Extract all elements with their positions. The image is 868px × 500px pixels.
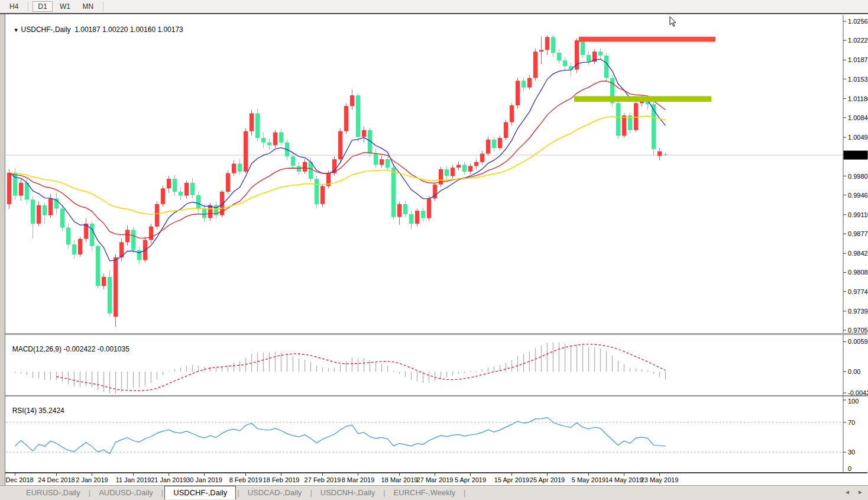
svg-text:27 Mar 2019: 27 Mar 2019 bbox=[417, 476, 454, 483]
timeframe-h4-button[interactable]: H4 bbox=[5, 2, 23, 11]
svg-text:14 Dec 2018: 14 Dec 2018 bbox=[6, 476, 34, 483]
tab-separator: | bbox=[161, 488, 163, 497]
timeframe-toolbar: H4 D1 W1 MN bbox=[0, 0, 868, 14]
svg-text:2 Jan 2019: 2 Jan 2019 bbox=[76, 476, 108, 483]
rsi-panel[interactable]: 10070300 bbox=[6, 396, 868, 472]
svg-text:1.02560: 1.02560 bbox=[848, 18, 868, 25]
mouse-cursor-icon bbox=[669, 16, 678, 28]
macd-name: MACD(12,26,9) bbox=[12, 345, 61, 353]
svg-text:0: 0 bbox=[848, 465, 851, 472]
svg-text:0.98080: 0.98080 bbox=[848, 269, 868, 276]
svg-text:11 Jan 2019: 11 Jan 2019 bbox=[116, 476, 151, 483]
svg-text:1.00490: 1.00490 bbox=[848, 134, 868, 141]
svg-text:18 Mar 2019: 18 Mar 2019 bbox=[381, 476, 418, 483]
candlesticks bbox=[7, 35, 668, 327]
svg-text:1.01180: 1.01180 bbox=[848, 95, 868, 102]
chart-tab-audusd-daily[interactable]: AUDUSD-,Daily bbox=[90, 486, 161, 500]
chart-tab-eurchf-weekly[interactable]: EURCHF-,Weekly bbox=[386, 486, 464, 500]
macd-panel[interactable]: 0.005970.00-0.004243 bbox=[6, 335, 868, 395]
svg-text:30 Jan 2019: 30 Jan 2019 bbox=[186, 476, 222, 483]
svg-text:0.97050: 0.97050 bbox=[848, 327, 868, 333]
svg-text:0.99110: 0.99110 bbox=[848, 211, 868, 218]
svg-text:30: 30 bbox=[848, 449, 855, 456]
rsi-value: 35.2424 bbox=[38, 407, 64, 415]
tab-scroll-right-icon[interactable]: ► bbox=[857, 489, 863, 495]
ma-fast-blue bbox=[9, 59, 666, 261]
timeframe-d1-button[interactable]: D1 bbox=[33, 1, 52, 12]
svg-text:0.99800: 0.99800 bbox=[848, 173, 868, 180]
tab-separator: | bbox=[464, 488, 465, 497]
svg-text:1.01530: 1.01530 bbox=[848, 76, 868, 83]
svg-text:1.02220: 1.02220 bbox=[848, 37, 868, 44]
chart-tab-usdchf-daily[interactable]: USDCHF-,Daily bbox=[164, 486, 236, 499]
chart-tabs: EURUSD-,Daily|AUDUSD-,Daily|USDCHF-,Dail… bbox=[18, 486, 466, 500]
svg-text:8 Feb 2019: 8 Feb 2019 bbox=[229, 476, 263, 483]
svg-text:8 Mar 2019: 8 Mar 2019 bbox=[342, 476, 375, 483]
svg-text:1.00173: 1.00173 bbox=[846, 151, 868, 159]
toolbar-separator bbox=[103, 2, 103, 11]
svg-text:5 May 2019: 5 May 2019 bbox=[572, 476, 605, 483]
toolbar-separator bbox=[28, 2, 28, 11]
svg-text:23 May 2019: 23 May 2019 bbox=[641, 476, 679, 483]
svg-text:0.99460: 0.99460 bbox=[848, 192, 868, 199]
chart-tab-usdcad-daily[interactable]: USDCAD-,Daily bbox=[239, 486, 310, 500]
svg-text:21 Jan 2019: 21 Jan 2019 bbox=[151, 476, 187, 483]
svg-text:0.97390: 0.97390 bbox=[848, 308, 868, 315]
svg-text:0.98420: 0.98420 bbox=[848, 250, 868, 257]
svg-text:-0.004243: -0.004243 bbox=[848, 389, 868, 395]
svg-text:100: 100 bbox=[848, 398, 859, 405]
rsi-line bbox=[15, 417, 666, 454]
svg-text:18 Feb 2019: 18 Feb 2019 bbox=[263, 476, 300, 483]
svg-text:0.97740: 0.97740 bbox=[848, 288, 868, 295]
rsi-name: RSI(14) bbox=[12, 407, 37, 415]
rsi-label: RSI(14) 35.2424 bbox=[8, 398, 64, 415]
date-axis[interactable]: 14 Dec 201824 Dec 20182 Jan 201911 Jan 2… bbox=[6, 473, 868, 485]
timeframe-w1-button[interactable]: W1 bbox=[55, 2, 75, 11]
svg-text:1.01870: 1.01870 bbox=[848, 56, 868, 63]
macd-signal-line bbox=[57, 344, 666, 391]
svg-text:1.00840: 1.00840 bbox=[848, 114, 868, 121]
svg-text:25 Apr 2019: 25 Apr 2019 bbox=[530, 476, 565, 483]
chart-tab-usdcnh-daily[interactable]: USDCNH-,Daily bbox=[312, 486, 383, 500]
ma-slow-yellow bbox=[9, 116, 666, 214]
chart-symbol-label: USDCHF-,Daily bbox=[21, 25, 71, 34]
svg-text:24 Dec 2018: 24 Dec 2018 bbox=[38, 476, 75, 483]
price-chart-panel[interactable]: 1.025601.022201.018701.015301.011801.008… bbox=[6, 15, 868, 333]
macd-values: -0.002422 -0.001035 bbox=[63, 345, 129, 353]
chart-tab-eurusd-daily[interactable]: EURUSD-,Daily bbox=[18, 486, 89, 500]
resistance-zone bbox=[579, 37, 715, 42]
chart-ohlc-quote: 1.00187 1.00220 1.00160 1.00173 bbox=[75, 25, 183, 34]
collapse-triangle-icon[interactable]: ▼ bbox=[14, 27, 19, 33]
tab-scroll-left-icon[interactable]: ◄ bbox=[844, 489, 850, 495]
svg-text:14 May 2019: 14 May 2019 bbox=[605, 476, 643, 483]
svg-text:0.98770: 0.98770 bbox=[848, 230, 868, 237]
chart-tabbar: EURUSD-,Daily|AUDUSD-,Daily|USDCHF-,Dail… bbox=[0, 485, 868, 500]
chart-title: ▼USDCHF-,Daily 1.00187 1.00220 1.00160 1… bbox=[9, 17, 183, 34]
support-zone bbox=[574, 96, 711, 102]
macd-label: MACD(12,26,9) -0.002422 -0.001035 bbox=[8, 337, 129, 353]
svg-text:0.00597: 0.00597 bbox=[848, 338, 868, 345]
svg-text:15 Apr 2019: 15 Apr 2019 bbox=[494, 476, 529, 483]
ma-mid-red bbox=[9, 81, 666, 238]
svg-text:5 Apr 2019: 5 Apr 2019 bbox=[455, 476, 486, 483]
svg-text:27 Feb 2019: 27 Feb 2019 bbox=[305, 476, 341, 483]
timeframe-mn-button[interactable]: MN bbox=[78, 2, 99, 11]
svg-text:70: 70 bbox=[848, 419, 855, 426]
svg-text:0.00: 0.00 bbox=[848, 368, 860, 375]
